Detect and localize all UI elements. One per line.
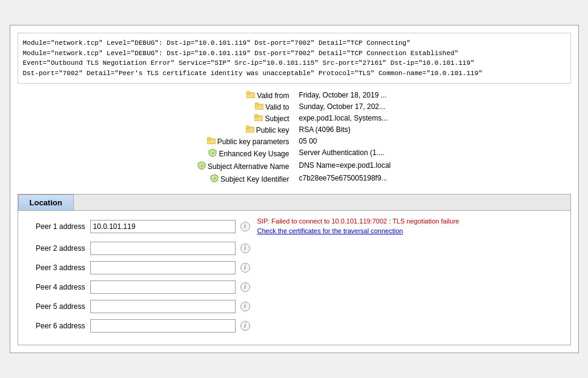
location-tab[interactable]: Location xyxy=(18,194,74,210)
peer-2-info-icon[interactable]: i xyxy=(240,244,250,253)
cert-field-value: DNS Name=expe.pod1.local xyxy=(294,160,395,173)
log-line-4: Dst-port="7002" Detail="Peer's TLS certi… xyxy=(23,68,566,79)
cert-field-label: Subject Key Identifier xyxy=(220,175,289,184)
shield-icon: ✓ xyxy=(208,148,217,159)
location-body: Peer 1 addressiSIP: Failed to connect to… xyxy=(18,211,570,345)
svg-rect-1 xyxy=(246,91,250,94)
folder-icon xyxy=(246,125,254,134)
cert-field-label: Valid to xyxy=(265,103,289,111)
peer-row: Peer 1 addressiSIP: Failed to connect to… xyxy=(28,217,561,236)
peer-row: Peer 6 addressi xyxy=(28,319,561,333)
peer-5-input[interactable] xyxy=(90,300,236,313)
cert-row: Valid fromFriday, October 18, 2019 ... xyxy=(193,90,396,101)
peer-5-info-icon[interactable]: i xyxy=(240,302,250,311)
peer-1-info-icon[interactable]: i xyxy=(240,222,250,231)
shield-icon: ✓ xyxy=(210,174,219,184)
svg-rect-9 xyxy=(207,138,211,140)
peer-2-label: Peer 2 address xyxy=(28,244,85,253)
peer-row: Peer 3 addressi xyxy=(28,261,561,274)
cert-label-cell: ✓ Subject Key Identifier xyxy=(193,173,294,185)
cert-field-label: Subject Alternative Name xyxy=(208,162,289,171)
cert-field-value: RSA (4096 Bits) xyxy=(294,124,395,136)
cert-field-label: Valid from xyxy=(257,91,289,100)
error-link[interactable]: Check the certificates for the traversal… xyxy=(257,227,460,236)
cert-row: Valid toSunday, October 17, 202... xyxy=(193,101,396,113)
log-line-1: Module="network.tcp" Level="DEBUG": Dst-… xyxy=(23,38,566,48)
cert-field-value: Friday, October 18, 2019 ... xyxy=(294,90,395,101)
svg-text:✓: ✓ xyxy=(213,176,217,181)
cert-field-label: Public key xyxy=(256,126,289,134)
peer-1-input[interactable] xyxy=(90,220,236,233)
shield-icon: ✓ xyxy=(197,161,206,171)
cert-field-value: Server Authentication (1.... xyxy=(294,147,395,160)
peer-1-label: Peer 1 address xyxy=(28,222,85,231)
cert-row: Public keyRSA (4096 Bits) xyxy=(193,124,396,136)
cert-row: ✓ Subject Alternative NameDNS Name=expe.… xyxy=(193,160,396,173)
peer-3-info-icon[interactable]: i xyxy=(240,263,250,273)
peer-2-input[interactable] xyxy=(90,242,236,255)
log-line-2: Module="network.tcp" Level="DEBUG": Dst-… xyxy=(23,48,566,59)
svg-rect-3 xyxy=(255,103,259,105)
folder-icon xyxy=(255,102,263,111)
cert-row: ✓ Subject Key Identifierc7b28ee75e675005… xyxy=(193,173,396,185)
cert-field-label: Subject xyxy=(265,114,289,123)
svg-rect-7 xyxy=(246,126,249,128)
cert-field-label: Public key parameters xyxy=(217,138,289,146)
folder-icon xyxy=(207,137,216,146)
main-container: Module="network.tcp" Level="DEBUG": Dst-… xyxy=(10,25,579,353)
peer-5-label: Peer 5 address xyxy=(28,302,85,311)
svg-text:✓: ✓ xyxy=(211,151,215,155)
log-section: Module="network.tcp" Level="DEBUG": Dst-… xyxy=(18,33,571,84)
cert-row: Public key parameters05 00 xyxy=(193,136,396,147)
cert-label-cell: Subject xyxy=(193,113,294,124)
svg-rect-5 xyxy=(254,114,258,117)
location-section: Location Peer 1 addressiSIP: Failed to c… xyxy=(18,194,571,345)
peer-4-label: Peer 4 address xyxy=(28,283,85,291)
cert-label-cell: Valid to xyxy=(193,101,294,113)
cert-field-value: Sunday, October 17, 202... xyxy=(294,101,395,113)
folder-icon xyxy=(246,91,255,100)
tab-bar: Location xyxy=(18,194,570,211)
cert-label-cell: Public key parameters xyxy=(193,136,294,147)
peer-1-error: SIP: Failed to connect to 10.0.101.119:7… xyxy=(257,217,460,236)
cert-label-cell: ✓ Subject Alternative Name xyxy=(193,160,294,173)
log-line-3: Event="Outbound TLS Negotiation Error" S… xyxy=(23,58,566,68)
cert-field-value: c7b28ee75e675005198f9... xyxy=(294,173,395,185)
peer-6-info-icon[interactable]: i xyxy=(240,321,250,331)
error-text: SIP: Failed to connect to 10.0.101.119:7… xyxy=(257,217,460,225)
cert-label-cell: Public key xyxy=(193,124,294,136)
cert-field-value: 05 00 xyxy=(294,136,395,147)
peer-row: Peer 2 addressi xyxy=(28,242,561,255)
peer-4-info-icon[interactable]: i xyxy=(240,282,250,292)
cert-row: ✓ Enhanced Key UsageServer Authenticatio… xyxy=(193,147,396,160)
cert-field-value: expe.pod1.local, Systems... xyxy=(294,113,395,124)
peer-6-label: Peer 6 address xyxy=(28,322,85,330)
peer-3-input[interactable] xyxy=(90,261,236,274)
peer-4-input[interactable] xyxy=(90,280,236,294)
svg-text:✓: ✓ xyxy=(200,164,204,168)
certificate-table: Valid fromFriday, October 18, 2019 ... V… xyxy=(193,90,396,185)
cert-row: Subjectexpe.pod1.local, Systems... xyxy=(193,113,396,124)
peer-3-label: Peer 3 address xyxy=(28,264,85,272)
folder-icon xyxy=(254,114,263,123)
peer-row: Peer 5 addressi xyxy=(28,300,561,313)
cert-field-label: Enhanced Key Usage xyxy=(219,150,289,158)
peer-row: Peer 4 addressi xyxy=(28,280,561,294)
cert-label-cell: ✓ Enhanced Key Usage xyxy=(193,147,294,160)
peer-6-input[interactable] xyxy=(90,319,236,333)
cert-label-cell: Valid from xyxy=(193,90,294,101)
